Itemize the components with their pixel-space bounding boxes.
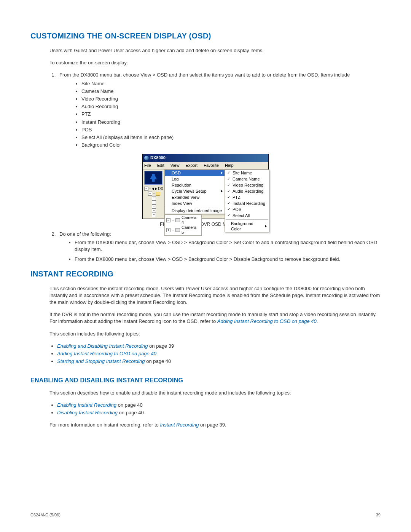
figure-screenshot: DX8000 FileEditViewExportFavoriteHelp −–… <box>142 154 269 219</box>
view-menu-item[interactable]: Display deinterlaced image <box>165 208 225 214</box>
osd-item: Audio Recording <box>81 103 381 110</box>
edir-p2a: For more information on instant recordin… <box>49 422 160 428</box>
check-icon: ✓ <box>227 213 231 218</box>
osd-item: Video Recording <box>81 96 381 102</box>
tree-root: DX <box>158 186 163 191</box>
check-icon: ✓ <box>227 201 231 206</box>
osd-item: Instant Recording <box>81 119 381 126</box>
edir-link-0[interactable]: Enabling Instant Recording <box>57 402 116 408</box>
figure-caption: Figure 13. DX8000 DVR OSD Menu Options <box>30 221 381 228</box>
view-menu-item[interactable]: Log <box>165 176 225 182</box>
topic-item: Enabling and Disabling Instant Recording… <box>57 343 381 350</box>
link-instant-recording[interactable]: Instant Recording <box>160 422 199 428</box>
camera-list[interactable]: −– Camera 4+– Camera 5 <box>164 214 202 236</box>
osd-lead: To customize the on-screen display: <box>49 59 381 66</box>
osd-item: Site Name <box>81 80 381 87</box>
topic-item: Starting and Stopping Instant Recording … <box>57 358 381 365</box>
osd-step-2b: From the DX8000 menu bar, choose View > … <box>75 256 381 263</box>
osd-submenu-item[interactable]: ✓PTZ <box>225 194 269 200</box>
osd-submenu-item[interactable]: ✓Site Name <box>225 170 269 176</box>
menubar[interactable]: FileEditViewExportFavoriteHelp <box>143 162 268 169</box>
left-pane: −– DX −– + + + + + <box>143 169 164 219</box>
submenu-arrow-icon <box>221 190 223 192</box>
topic-item: Adding Instant Recording to OSD on page … <box>57 350 381 357</box>
view-menu-item[interactable]: OSD <box>165 170 225 176</box>
footer-docid: C624M-C (5/06) <box>30 512 61 518</box>
camera-item[interactable]: +– Camera 5 <box>165 225 201 235</box>
menu-item[interactable]: Edit <box>156 162 165 169</box>
osd-submenu-item[interactable]: ✓Audio Recording <box>225 188 269 194</box>
osd-submenu-item[interactable]: ✓Instant Recording <box>225 200 269 206</box>
window-title: DX8000 <box>150 155 166 161</box>
ir-p1: This section describes the instant recor… <box>49 285 381 306</box>
camera-item[interactable]: −– Camera 4 <box>165 215 201 225</box>
menu-item[interactable]: View <box>170 162 180 169</box>
folder-icon <box>156 192 160 196</box>
menu-item[interactable]: File <box>143 162 152 169</box>
camera-thumbnail <box>144 171 162 185</box>
menu-item[interactable]: Favorite <box>203 162 220 169</box>
view-menu-item[interactable]: Index View <box>165 200 225 206</box>
device-tree[interactable]: −– DX −– + + + + + <box>143 186 164 217</box>
osd-item: Background Color <box>81 142 381 149</box>
edir-p2b: on page 39. <box>199 422 226 428</box>
osd-submenu-item[interactable]: ✓Camera Name <box>225 176 269 182</box>
osd-item: POS <box>81 126 381 133</box>
check-icon: ✓ <box>227 207 231 212</box>
osd-submenu-item[interactable]: ✓Video Recording <box>225 182 269 188</box>
edir-p2: For more information on instant recordin… <box>49 422 381 428</box>
check-icon: ✓ <box>227 170 231 176</box>
view-menu-item[interactable]: Extended View <box>165 194 225 200</box>
ir-link-2[interactable]: Starting and Stopping Instant Recording <box>57 358 145 364</box>
osd-item: Select All (displays all items in each p… <box>81 134 381 141</box>
osd-step-2: Do one of the following: From the DX8000… <box>57 231 381 263</box>
camera-icon <box>175 228 180 232</box>
view-menu-dropdown[interactable]: OSDLogResolutionCycle Views SetupExtende… <box>164 169 225 214</box>
heading-osd: CUSTOMIZING THE ON-SCREEN DISPLAY (OSD) <box>30 30 381 41</box>
ir-link-0[interactable]: Enabling and Disabling Instant Recording <box>57 343 148 349</box>
heading-enable-disable-ir: ENABLING AND DISABLING INSTANT RECORDING <box>30 376 381 385</box>
osd-submenu-bgcolor[interactable]: Background Color <box>225 220 269 232</box>
app-logo-icon <box>144 156 149 160</box>
footer-page: 39 <box>376 512 381 518</box>
menu-item[interactable]: Help <box>224 162 234 169</box>
topic-item: Disabling Instant Recording on page 40 <box>57 409 381 416</box>
edir-link-1[interactable]: Disabling Instant Recording <box>57 410 118 415</box>
heading-instant-recording: INSTANT RECORDING <box>30 268 381 279</box>
osd-submenu-item[interactable]: ✓POS <box>225 206 269 212</box>
edir-p1: This section describes how to enable and… <box>49 390 381 396</box>
check-icon: ✓ <box>227 189 231 194</box>
osd-submenu[interactable]: ✓Site Name✓Camera Name✓Video Recording✓A… <box>225 169 269 232</box>
osd-step-2a: From the DX8000 menu bar, choose View > … <box>75 239 381 253</box>
submenu-arrow-icon <box>265 225 267 227</box>
osd-step-1-text: From the DX8000 menu bar, choose View > … <box>59 72 350 78</box>
osd-item: PTZ <box>81 111 381 118</box>
camera-icon <box>175 218 180 222</box>
arrow-right-icon <box>155 187 157 190</box>
menu-item[interactable]: Export <box>185 162 198 169</box>
link-add-ir-osd[interactable]: Adding Instant Recording to OSD on page … <box>217 318 317 324</box>
ir-link-1[interactable]: Adding Instant Recording to OSD on page … <box>57 351 156 356</box>
submenu-arrow-icon <box>221 172 223 174</box>
view-menu-item[interactable]: Resolution <box>165 182 225 188</box>
ir-topics-intro: This section includes the following topi… <box>49 331 381 337</box>
osd-step-2-text: Do one of the following: <box>59 231 111 237</box>
osd-step-1: From the DX8000 menu bar, choose View > … <box>57 72 381 149</box>
ir-p2b: . <box>317 318 318 324</box>
osd-submenu-item[interactable]: ✓Select All <box>225 212 269 219</box>
check-icon: ✓ <box>227 195 231 200</box>
osd-item: Camera Name <box>81 88 381 95</box>
osd-intro: Users with Guest and Power User access a… <box>49 47 381 54</box>
view-menu-item[interactable]: Cycle Views Setup <box>165 188 225 194</box>
window-titlebar: DX8000 <box>143 154 268 161</box>
arrow-left-icon <box>152 187 154 190</box>
topic-item: Enabling Instant Recording on page 40 <box>57 402 381 409</box>
check-icon: ✓ <box>227 182 231 188</box>
ir-p2: If the DVR is not in the normal recordin… <box>49 311 381 325</box>
ir-p2a: If the DVR is not in the normal recordin… <box>49 312 377 324</box>
check-icon: ✓ <box>227 176 231 182</box>
